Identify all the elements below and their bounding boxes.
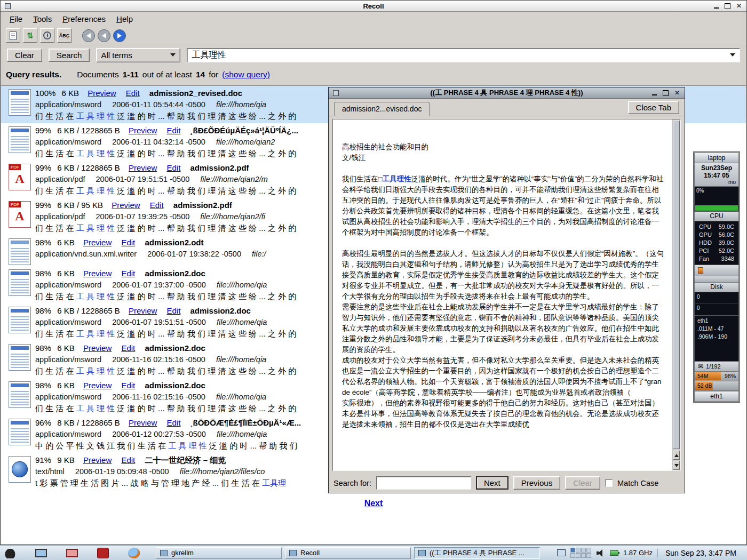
clear-button[interactable]: Clear bbox=[7, 49, 42, 62]
snippet-highlight: 工 具 理 性 bbox=[76, 404, 115, 413]
task-icon bbox=[289, 550, 297, 556]
net-rx-value: .011M - 47 bbox=[695, 325, 738, 333]
query-input[interactable]: 工具理性 bbox=[187, 48, 740, 62]
result-size: 6 KB / 1228865 B bbox=[57, 126, 120, 135]
query-history-chevron-icon[interactable] bbox=[730, 53, 735, 57]
preview-link[interactable]: Preview bbox=[112, 201, 140, 210]
result-filename: admission2_revised.doc bbox=[149, 89, 242, 98]
result-path: file:/ bbox=[252, 250, 266, 258]
edit-link[interactable]: Edit bbox=[167, 418, 181, 427]
preview-close-icon[interactable] bbox=[673, 90, 681, 97]
clear-search-tool-button[interactable] bbox=[6, 28, 20, 43]
nav-forward-button[interactable] bbox=[113, 29, 126, 42]
doc-title: 高校招生的社会功能和目的 bbox=[342, 142, 665, 153]
menu-file[interactable]: File bbox=[5, 13, 27, 25]
memory-used: 54M bbox=[697, 373, 708, 379]
result-score: 98% bbox=[35, 306, 51, 315]
preview-link[interactable]: Preview bbox=[83, 238, 112, 247]
nav-back2-button[interactable] bbox=[98, 29, 110, 42]
find-next-button[interactable]: Next bbox=[476, 476, 508, 490]
result-date: 2006-11-16 02:15:16 -0500 bbox=[112, 393, 205, 401]
memory-meter: 54M 98% bbox=[694, 372, 739, 381]
minimize-icon[interactable] bbox=[713, 3, 720, 10]
monitor-launcher-icon[interactable] bbox=[66, 549, 78, 557]
preview-link[interactable]: Preview bbox=[83, 343, 112, 353]
scroll-down-button[interactable] bbox=[673, 461, 680, 470]
preview-link[interactable]: Preview bbox=[129, 163, 157, 172]
result-date: 2006-01-07 19:39:25 -0500 bbox=[96, 212, 190, 221]
result-icon-cell bbox=[4, 87, 35, 122]
doc-paragraph-1: 我们生活在□工具理性泛滥的时代。作为“世之显学”的诸种以“事实”与“价值”的二分… bbox=[342, 174, 665, 238]
show-query-link[interactable]: (show query) bbox=[222, 70, 270, 79]
preview-link[interactable]: Preview bbox=[129, 126, 157, 135]
snippet-highlight: 工 具 理 性 bbox=[76, 223, 115, 233]
history-tool-button[interactable] bbox=[40, 28, 54, 43]
match-case-checkbox[interactable] bbox=[605, 479, 613, 487]
find-input[interactable] bbox=[376, 476, 471, 490]
preview-link[interactable]: Preview bbox=[129, 418, 157, 427]
edit-link[interactable]: Edit bbox=[121, 455, 135, 465]
result-icon-cell bbox=[4, 237, 35, 265]
terminal-launcher-icon[interactable] bbox=[35, 549, 47, 557]
result-mime: application/msword bbox=[35, 393, 101, 401]
volume-icon[interactable] bbox=[596, 549, 605, 557]
firefox-icon[interactable] bbox=[128, 548, 140, 558]
scrollbar-thumb[interactable] bbox=[673, 121, 680, 449]
edit-link[interactable]: Edit bbox=[150, 201, 164, 210]
result-icon-cell bbox=[4, 125, 35, 159]
close-icon[interactable] bbox=[735, 3, 743, 10]
main-titlebar[interactable]: Recoll bbox=[1, 1, 746, 12]
edit-link[interactable]: Edit bbox=[126, 89, 140, 98]
result-filename: admission2.pdf bbox=[173, 201, 232, 210]
scroll-up-button[interactable] bbox=[673, 451, 680, 460]
search-mode-select[interactable]: All terms bbox=[96, 48, 180, 62]
edit-link[interactable]: Edit bbox=[121, 343, 135, 353]
gkrellm-clock: Sun23Sep 15:47 05 mo bbox=[694, 163, 739, 187]
preview-scrollbar[interactable] bbox=[672, 119, 680, 470]
results-total: 14 bbox=[196, 70, 205, 79]
edit-link[interactable]: Edit bbox=[167, 163, 181, 172]
taskbar-button-preview[interactable]: ((工 PHRASE 4 具 PHRASE ... bbox=[414, 547, 540, 559]
menu-footprint-icon[interactable] bbox=[4, 548, 16, 558]
preview-maximize-icon[interactable] bbox=[662, 90, 670, 97]
edit-link[interactable]: Edit bbox=[121, 238, 135, 247]
edit-link[interactable]: Edit bbox=[167, 126, 181, 135]
find-clear-button[interactable]: Clear bbox=[565, 476, 600, 490]
close-tab-button[interactable]: Close Tab bbox=[628, 101, 679, 114]
maximize-icon[interactable] bbox=[724, 3, 732, 10]
gkrellm-hostname: laptop bbox=[694, 153, 739, 163]
edit-link[interactable]: Edit bbox=[121, 269, 135, 278]
preview-tab[interactable]: admission2...evised.doc bbox=[334, 102, 430, 116]
slider-krell[interactable] bbox=[698, 267, 703, 274]
menu-tools[interactable]: Tools bbox=[28, 13, 57, 25]
editor-launcher-icon[interactable] bbox=[97, 548, 109, 558]
menu-preferences[interactable]: Preferences bbox=[58, 13, 110, 25]
preview-link[interactable]: Preview bbox=[129, 306, 157, 315]
gkrellm-slider[interactable] bbox=[694, 265, 739, 276]
sort-arrows-icon: ⇅ bbox=[27, 31, 34, 39]
preview-link[interactable]: Preview bbox=[83, 269, 112, 278]
taskbar: gkrellm Recoll ((工 PHRASE 4 具 PHRASE ...… bbox=[0, 545, 747, 560]
search-button[interactable]: Search bbox=[49, 49, 90, 62]
menu-help[interactable]: Help bbox=[112, 13, 138, 25]
preview-link[interactable]: Preview bbox=[83, 455, 112, 465]
taskbar-button-recoll[interactable]: Recoll bbox=[285, 547, 411, 559]
find-previous-button[interactable]: Previous bbox=[513, 476, 560, 490]
workspace-pager[interactable] bbox=[570, 548, 591, 558]
tray-monitor-icon[interactable] bbox=[557, 549, 566, 556]
preview-link[interactable]: Preview bbox=[83, 381, 112, 390]
sort-tool-button[interactable]: ⇅ bbox=[23, 28, 37, 43]
disk-write-value: 0 bbox=[697, 305, 700, 311]
edit-link[interactable]: Edit bbox=[121, 381, 135, 390]
file-type-icon bbox=[9, 307, 31, 333]
term-explorer-tool-button[interactable]: ÂBÇ bbox=[57, 28, 71, 43]
taskbar-button-gkrellm[interactable]: gkrellm bbox=[156, 547, 282, 559]
nav-back-button[interactable] bbox=[82, 29, 95, 42]
edit-link[interactable]: Edit bbox=[167, 306, 181, 315]
file-type-icon bbox=[9, 238, 31, 265]
preview-minimize-icon[interactable] bbox=[651, 90, 658, 97]
snippet-highlight: 工 具 理 性 bbox=[76, 329, 115, 338]
next-page-link[interactable]: Next bbox=[364, 499, 383, 508]
preview-titlebar[interactable]: ((工 PHRASE 4 具 PHRASE 4 理 PHRASE 4 性)) bbox=[329, 87, 685, 99]
preview-link[interactable]: Preview bbox=[88, 89, 116, 98]
